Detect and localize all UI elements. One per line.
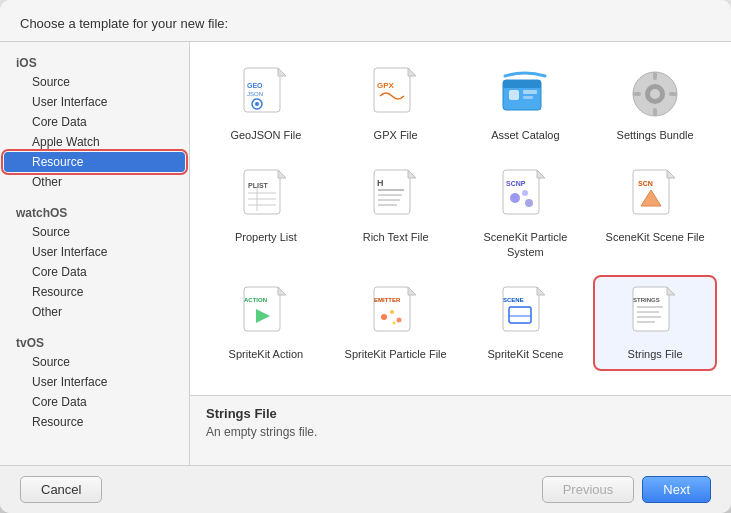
sidebar-item-ios-other[interactable]: Other [4, 172, 185, 192]
svg-text:GEO: GEO [247, 82, 263, 89]
property-list-icon: PLIST [238, 168, 294, 224]
svg-point-42 [525, 199, 533, 207]
svg-rect-14 [523, 90, 537, 94]
sidebar-item-tvos-coredata[interactable]: Core Data [4, 392, 185, 412]
svg-marker-51 [408, 287, 416, 295]
sidebar: iOS Source User Interface Core Data Appl… [0, 42, 190, 465]
svg-text:EMITTER: EMITTER [374, 297, 401, 303]
svg-point-56 [392, 321, 395, 324]
spritekit-scene-label: SpriteKit Scene [487, 347, 563, 361]
template-property-list[interactable]: PLIST Property List [206, 160, 326, 267]
svg-marker-58 [537, 287, 545, 295]
dialog-body: iOS Source User Interface Core Data Appl… [0, 42, 731, 465]
scenekit-scene-label: SceneKit Scene File [606, 230, 705, 244]
scenekit-particle-icon: SCNP [497, 168, 553, 224]
svg-point-6 [255, 102, 259, 106]
svg-text:STRINGS: STRINGS [633, 297, 660, 303]
template-geojson[interactable]: GEO JSON GeoJSON File [206, 58, 326, 150]
svg-point-40 [510, 193, 520, 203]
svg-point-54 [390, 310, 394, 314]
svg-text:SCN: SCN [638, 180, 653, 187]
asset-catalog-icon [497, 66, 553, 122]
svg-rect-62 [633, 287, 669, 331]
dialog-header: Choose a template for your new file: [0, 0, 731, 42]
template-asset-catalog[interactable]: Asset Catalog [466, 58, 586, 150]
template-spritekit-particle[interactable]: EMITTER SpriteKit Particle File [336, 277, 456, 369]
spritekit-scene-icon: SCENE [497, 285, 553, 341]
sidebar-section-ios: iOS [0, 50, 189, 72]
header-text: Choose a template for your new file: [20, 16, 228, 31]
svg-point-18 [650, 89, 660, 99]
description-text: An empty strings file. [206, 425, 715, 439]
sidebar-item-tvos-userinterface[interactable]: User Interface [4, 372, 185, 392]
svg-marker-31 [408, 170, 416, 178]
svg-rect-7 [374, 68, 410, 112]
geojson-label: GeoJSON File [230, 128, 301, 142]
settings-bundle-icon [627, 66, 683, 122]
svg-marker-8 [408, 68, 416, 76]
sidebar-item-ios-resource[interactable]: Resource [4, 152, 185, 172]
rich-text-icon: H [368, 168, 424, 224]
svg-rect-19 [653, 72, 657, 80]
rich-text-label: Rich Text File [363, 230, 429, 244]
template-rich-text[interactable]: H Rich Text File [336, 160, 456, 267]
settings-bundle-label: Settings Bundle [617, 128, 694, 142]
next-button[interactable]: Next [642, 476, 711, 503]
sidebar-item-watchos-resource[interactable]: Resource [4, 282, 185, 302]
svg-marker-2 [278, 68, 286, 76]
template-scenekit-scene[interactable]: SCN SceneKit Scene File [595, 160, 715, 267]
scenekit-particle-label: SceneKit Particle System [470, 230, 582, 259]
sidebar-item-ios-applewatch[interactable]: Apple Watch [4, 132, 185, 152]
svg-marker-24 [278, 170, 286, 178]
template-strings-file[interactable]: STRINGS Strings File [595, 277, 715, 369]
svg-text:JSON: JSON [247, 91, 263, 97]
template-dialog: Choose a template for your new file: iOS… [0, 0, 731, 513]
previous-button[interactable]: Previous [542, 476, 635, 503]
spritekit-particle-icon: EMITTER [368, 285, 424, 341]
dialog-footer: Cancel Previous Next [0, 465, 731, 513]
spritekit-action-label: SpriteKit Action [229, 347, 304, 361]
template-settings-bundle[interactable]: Settings Bundle [595, 58, 715, 150]
geojson-icon: GEO JSON [238, 66, 294, 122]
svg-rect-37 [503, 170, 539, 214]
template-spritekit-action[interactable]: ACTION SpriteKit Action [206, 277, 326, 369]
svg-marker-38 [537, 170, 545, 178]
svg-marker-63 [667, 287, 675, 295]
sidebar-item-watchos-coredata[interactable]: Core Data [4, 262, 185, 282]
property-list-label: Property List [235, 230, 297, 244]
template-grid: GEO JSON GeoJSON File GPX [190, 42, 731, 395]
svg-point-55 [396, 317, 401, 322]
svg-text:GPX: GPX [377, 81, 395, 90]
svg-text:H: H [377, 178, 384, 188]
cancel-button[interactable]: Cancel [20, 476, 102, 503]
svg-rect-23 [244, 170, 280, 214]
description-title: Strings File [206, 406, 715, 421]
sidebar-item-tvos-source[interactable]: Source [4, 352, 185, 372]
svg-rect-12 [503, 85, 541, 88]
sidebar-item-ios-userinterface[interactable]: User Interface [4, 92, 185, 112]
sidebar-item-ios-coredata[interactable]: Core Data [4, 112, 185, 132]
svg-marker-47 [278, 287, 286, 295]
main-content: GEO JSON GeoJSON File GPX [190, 42, 731, 465]
svg-point-41 [522, 190, 528, 196]
sidebar-item-watchos-other[interactable]: Other [4, 302, 185, 322]
gpx-icon: GPX [368, 66, 424, 122]
svg-rect-22 [669, 92, 677, 96]
svg-text:SCNP: SCNP [506, 180, 526, 187]
sidebar-item-ios-source[interactable]: Source [4, 72, 185, 92]
sidebar-section-watchos: watchOS [0, 200, 189, 222]
template-gpx[interactable]: GPX GPX File [336, 58, 456, 150]
strings-file-label: Strings File [628, 347, 683, 361]
svg-rect-21 [633, 92, 641, 96]
sidebar-item-watchos-userinterface[interactable]: User Interface [4, 242, 185, 262]
sidebar-item-watchos-source[interactable]: Source [4, 222, 185, 242]
scenekit-scene-icon: SCN [627, 168, 683, 224]
svg-rect-13 [509, 90, 519, 100]
template-spritekit-scene[interactable]: SCENE SpriteKit Scene [466, 277, 586, 369]
sidebar-item-tvos-resource[interactable]: Resource [4, 412, 185, 432]
svg-text:SCENE: SCENE [503, 297, 524, 303]
svg-rect-20 [653, 108, 657, 116]
svg-rect-50 [374, 287, 410, 331]
spritekit-action-icon: ACTION [238, 285, 294, 341]
template-scenekit-particle[interactable]: SCNP SceneKit Particle System [466, 160, 586, 267]
